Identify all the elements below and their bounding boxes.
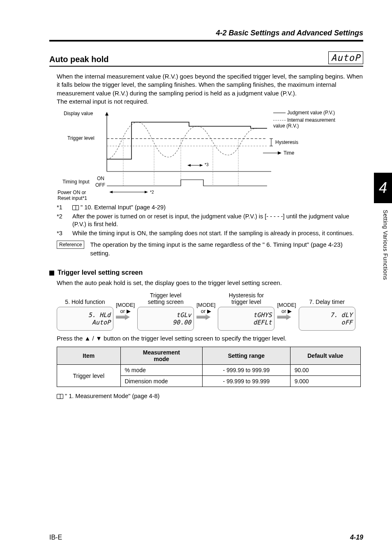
legend-pv-line <box>273 113 286 113</box>
note1-text: " 10. External Input" (page 4-29) <box>81 204 166 211</box>
note3-text: While the timing input is ON, the sampli… <box>72 229 354 238</box>
arrow-right-icon <box>277 314 291 320</box>
td-r2-def: 9.000 <box>290 376 360 387</box>
flow-step4-display: 7. dLY oFF <box>299 307 355 331</box>
book-icon <box>57 394 63 399</box>
reference-text: The operation by the timing input is the… <box>90 241 363 257</box>
footnotes: *1" 10. External Input" (page 4-29) *2Af… <box>57 204 363 237</box>
breadcrumb: 4-2 Basic Settings and Advanced Settings <box>49 29 363 37</box>
svg-marker-20 <box>200 164 203 167</box>
label-hysteresis: Hysteresis <box>275 139 298 145</box>
arrow-right-icon <box>116 314 130 320</box>
th-mode: Measurement mode <box>120 347 203 365</box>
flow-or-1: or ▶ <box>116 308 135 314</box>
td-item: Trigger level <box>57 365 121 387</box>
flow-step2-title: Trigger level setting screen <box>137 291 194 305</box>
flow-mode-1: [MODE] <box>116 302 135 308</box>
section-rule <box>49 66 363 67</box>
note2-tag: *2 <box>57 213 67 229</box>
th-default: Default value <box>290 347 360 365</box>
footer-model: IB-E <box>49 534 62 541</box>
subheading-trigger-screen: Trigger level setting screen <box>49 269 363 276</box>
section-intro: When the internal measurement value (R.V… <box>57 72 363 106</box>
flow-mode-3: [MODE] <box>277 302 296 308</box>
label-power-on: Power ON or Reset input*1 <box>58 190 87 201</box>
note3-tag: *3 <box>57 229 67 238</box>
flow-or-3: or ▶ <box>277 308 296 314</box>
cross-reference: " 1. Measurement Mode" (page 4-8) <box>57 393 363 399</box>
footer-page: 4-19 <box>350 534 363 541</box>
flow-step2-display: tGLv 90.00 <box>137 307 194 331</box>
svg-marker-1 <box>105 112 108 116</box>
note2-text: After the power is turned on or reset is… <box>72 213 363 229</box>
arrow-right-icon <box>196 314 210 320</box>
book-icon <box>72 205 79 210</box>
svg-marker-17 <box>109 191 113 193</box>
flow-step3-title: Hysteresis for trigger level <box>218 291 274 305</box>
td-r1-range: - 999.99 to 999.99 <box>203 365 290 376</box>
label-off: OFF <box>95 182 105 188</box>
chapter-tab: 4 <box>374 173 392 203</box>
td-r1-mode: % mode <box>120 365 203 376</box>
td-r1-def: 90.00 <box>290 365 360 376</box>
label-star3: *3 <box>205 162 208 167</box>
section-title: Auto peak hold <box>49 55 108 64</box>
flow-or-2: or ▶ <box>196 308 215 314</box>
timing-chart: Display value Trigger level Timing Input… <box>58 110 353 200</box>
flow-step3-display: tGHYS dEFLt <box>218 307 274 331</box>
flow-step1-display: 5. HLd AutoP <box>57 307 113 331</box>
svg-marker-19 <box>187 164 191 167</box>
label-on: ON <box>97 176 104 181</box>
label-trigger-level: Trigger level <box>67 135 95 141</box>
label-display-value: Display value <box>64 111 93 116</box>
td-r2-mode: Dimension mode <box>120 376 203 387</box>
flow-step1-title: 5. Hold function <box>57 291 113 305</box>
label-time: Time <box>284 150 294 156</box>
svg-marker-9 <box>278 151 281 155</box>
th-item: Item <box>57 347 121 365</box>
segment-display-code: AutoP <box>328 51 363 64</box>
legend-pv: Judgment value (P.V.) <box>287 110 335 116</box>
side-section-label: Setting Various Functions <box>382 210 389 280</box>
legend-rv-line <box>273 120 286 120</box>
legend-rv: Internal measurement value (R.V.) <box>273 117 335 129</box>
note1-tag: *1 <box>57 204 67 212</box>
screen-flow: 5. Hold function 5. HLd AutoP [MODE] or … <box>57 291 363 331</box>
reference-badge: Reference <box>57 241 84 249</box>
label-star2: *2 <box>150 190 154 195</box>
td-r2-range: - 99.999 to 99.999 <box>203 376 290 387</box>
trigger-screen-intro: When the auto peak hold is set, the disp… <box>57 279 363 287</box>
flow-mode-2: [MODE] <box>196 302 215 308</box>
svg-marker-16 <box>145 191 148 193</box>
label-timing-input: Timing Input <box>62 179 90 185</box>
flow-step4-title: 7. Delay timer <box>299 291 355 305</box>
th-range: Setting range <box>203 347 290 365</box>
press-instruction: Press the ▲ / ▼ button on the trigger le… <box>57 335 363 342</box>
header-rule <box>49 40 363 42</box>
spec-table: Item Measurement mode Setting range Defa… <box>57 347 361 387</box>
